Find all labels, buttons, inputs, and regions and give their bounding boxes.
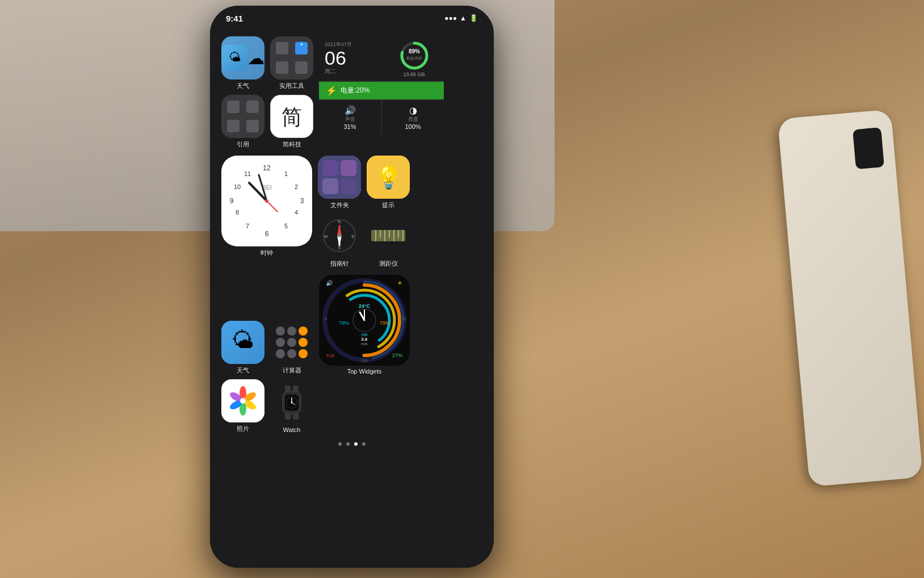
- svg-rect-43: [341, 178, 356, 194]
- svg-text:2: 2: [295, 183, 298, 190]
- weather-small-icon[interactable]: 🌤: [221, 36, 264, 79]
- dot-4: [362, 442, 366, 446]
- measure-label: 测距仪: [379, 259, 398, 268]
- weather-small-label: 天气: [237, 82, 249, 90]
- jianjizhi-icon[interactable]: 简: [270, 95, 313, 138]
- measure-icon[interactable]: [367, 214, 410, 257]
- status-icons: ●●● ▲ 🔋: [444, 14, 478, 22]
- weather-small-wrap[interactable]: 🌤 天气: [221, 36, 264, 90]
- folder-label: 文件夹: [330, 201, 349, 210]
- svg-text:m/s: m/s: [361, 342, 368, 346]
- svg-point-109: [240, 398, 246, 404]
- brightness-icon: ◑: [409, 105, 417, 116]
- volume-value: 31%: [343, 123, 356, 130]
- date-weekday: 周二: [325, 68, 377, 76]
- page-dots: [221, 442, 482, 446]
- svg-rect-42: [322, 178, 338, 194]
- calculator-icon[interactable]: [270, 321, 313, 364]
- svg-rect-74: [299, 338, 308, 347]
- svg-text:1: 1: [284, 170, 288, 177]
- svg-text:简: 简: [282, 106, 303, 129]
- brightness-box: ◑ 亮度 100%: [382, 100, 444, 135]
- wifi-icon: ▲: [460, 14, 467, 22]
- home-screen: 🌤 天气: [210, 31, 494, 568]
- watch-icon[interactable]: [270, 381, 313, 424]
- storage-value: 13.65 GB: [403, 72, 425, 77]
- svg-text:8: 8: [236, 209, 239, 216]
- topwidgets-widget[interactable]: 24°C 79% 79% SW 2.6 m/s TUE 7: [319, 275, 410, 366]
- svg-rect-40: [322, 160, 338, 176]
- right-pair2: N E S W: [318, 214, 410, 268]
- svg-rect-77: [299, 349, 308, 358]
- svg-text:💡: 💡: [375, 165, 402, 191]
- compass-wrap[interactable]: N E S W: [318, 214, 361, 268]
- battery-icon: 🔋: [469, 14, 478, 22]
- photos-icon[interactable]: [221, 379, 264, 422]
- brightness-value: 100%: [405, 123, 421, 130]
- tools-wrap[interactable]: ✦ 实用工具: [270, 36, 313, 90]
- svg-point-38: [265, 199, 268, 203]
- tips-icon[interactable]: 💡: [367, 156, 410, 199]
- svg-rect-13: [246, 120, 259, 132]
- svg-text:7: 7: [363, 354, 366, 358]
- svg-text:✦: ✦: [300, 42, 304, 47]
- watch-wrap[interactable]: Watch: [270, 381, 313, 433]
- svg-rect-76: [287, 349, 296, 358]
- signal-icon: ●●●: [444, 14, 457, 22]
- right-icons-col: 文件夹 💡 提示: [318, 156, 410, 268]
- svg-text:4: 4: [295, 209, 298, 216]
- brightness-label: 亮度: [408, 116, 418, 123]
- battery-text: 电量:20%: [341, 86, 369, 95]
- status-bar: 9:41 ●●● ▲ 🔋: [210, 6, 494, 31]
- svg-rect-58: [371, 230, 405, 241]
- svg-text:☀: ☀: [397, 280, 402, 286]
- topwidgets-wrap[interactable]: 24°C 79% 79% SW 2.6 m/s TUE 7: [319, 275, 410, 375]
- weather-big-icon[interactable]: 🌤: [221, 321, 264, 364]
- svg-rect-73: [287, 338, 296, 347]
- folder-wrap[interactable]: 文件夹: [318, 156, 361, 210]
- svg-rect-3: [276, 42, 288, 55]
- yinyong-wrap[interactable]: 引用: [221, 95, 264, 149]
- volume-label: 声音: [345, 116, 355, 123]
- weather-big-wrap[interactable]: 🌤 天气: [221, 321, 264, 375]
- svg-text:11: 11: [244, 170, 251, 177]
- volume-box: 🔊 声音 31%: [319, 100, 381, 135]
- phone-screen: 9:41 ●●● ▲ 🔋: [210, 6, 494, 568]
- clock-svg: 12 6 9 3 1 2 4 5 11 10 8 7: [224, 158, 310, 244]
- tips-wrap[interactable]: 💡 提示: [367, 156, 410, 210]
- svg-text:7: 7: [246, 223, 249, 229]
- clock-label: 时钟: [261, 249, 273, 257]
- measure-wrap[interactable]: 测距仪: [367, 214, 410, 268]
- tools-icon[interactable]: ✦: [270, 36, 313, 79]
- folder-icon[interactable]: [318, 156, 361, 199]
- photos-wrap[interactable]: 照片: [221, 379, 264, 433]
- svg-text:W: W: [324, 234, 328, 239]
- storage-box: 89% 剩余内存 13.65 GB: [384, 36, 444, 81]
- watch-label: Watch: [283, 426, 301, 433]
- svg-rect-10: [227, 100, 240, 113]
- clock-widget-wrap[interactable]: 12 6 9 3 1 2 4 5 11 10 8 7: [221, 156, 312, 257]
- row4: 照片: [221, 379, 482, 433]
- svg-rect-113: [285, 386, 291, 392]
- date-day: 06: [325, 48, 377, 68]
- compass-icon[interactable]: N E S W: [318, 214, 361, 257]
- top-pair: 🌤 天气: [221, 36, 313, 90]
- jianjizhi-wrap[interactable]: 简 简科技: [270, 95, 313, 149]
- row3: 🌤 天气: [221, 275, 482, 375]
- svg-point-120: [291, 402, 293, 404]
- topwidgets-label: Top Widgets: [347, 368, 382, 375]
- svg-rect-72: [276, 338, 285, 347]
- svg-text:SW: SW: [361, 333, 368, 337]
- svg-rect-12: [227, 120, 240, 132]
- row2: 12 6 9 3 1 2 4 5 11 10 8 7: [221, 156, 482, 268]
- svg-text:24°C: 24°C: [359, 303, 371, 309]
- svg-rect-69: [276, 326, 285, 336]
- calculator-wrap[interactable]: 计算器: [270, 321, 313, 375]
- svg-text:0: 0: [363, 280, 366, 284]
- photos-label: 照片: [237, 425, 249, 433]
- jianjizhi-label: 简科技: [283, 140, 301, 149]
- yinyong-icon[interactable]: [221, 95, 264, 138]
- svg-rect-71: [299, 326, 308, 336]
- clock-widget[interactable]: 12 6 9 3 1 2 4 5 11 10 8 7: [221, 156, 312, 246]
- yinyong-label: 引用: [237, 140, 249, 149]
